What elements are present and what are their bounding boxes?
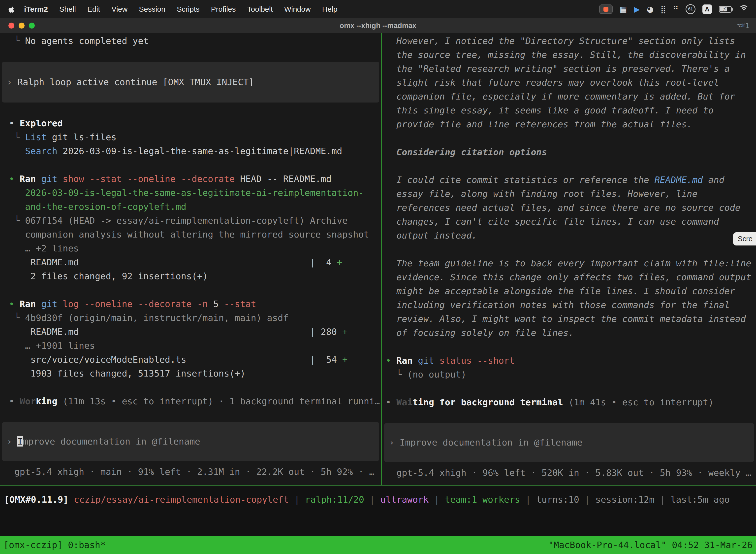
battery-percent-icon[interactable]: 61	[686, 4, 695, 14]
charging-bolt-icon: ⚡	[723, 6, 727, 12]
text-segment: |	[364, 494, 380, 505]
text-segment: |	[429, 494, 445, 505]
menu-item-shell[interactable]: Shell	[54, 5, 82, 13]
screen-overlay-button[interactable]: Scre	[733, 232, 756, 245]
text-segment: (1m 41s • esc to interrupt)	[563, 397, 713, 407]
menu-bar-menus: iTerm2 Shell Edit View Session Scripts P…	[7, 5, 343, 13]
text-segment: ting for background terminal	[413, 397, 563, 407]
text-segment: Ran	[19, 299, 41, 309]
menu-item-help[interactable]: Help	[316, 5, 343, 13]
grid-icon[interactable]: ▦	[620, 5, 627, 13]
text-segment: last:5m ago	[671, 494, 730, 505]
wifi-icon[interactable]	[739, 5, 749, 13]
inject-text: Ralph loop active continue [OMX_TMUX_INJ…	[17, 77, 254, 87]
terminal-line: src/voice/voiceModeEnabled.ts | 54 +	[0, 353, 381, 367]
text-segment: Wor	[19, 396, 36, 406]
minimize-button[interactable]	[19, 22, 24, 29]
text-cursor: I	[17, 436, 23, 447]
terminal-line: README.md | 4 +	[0, 256, 381, 269]
menu-bar-status-icons: ▦ ▶ ◕ ⣿ ⠛ 61 A ⚡	[599, 4, 749, 14]
left-pane[interactable]: └ No agents completed yet › Ralph loop a…	[0, 33, 381, 485]
terminal-line	[0, 381, 381, 394]
terminal-line: companion analysis without altering the …	[0, 228, 381, 241]
omx-status-line: [OMX#0.11.9] cczip/essay/ai-reimplementa…	[0, 493, 756, 507]
text-segment: show --stat --oneline --decorate	[63, 174, 240, 184]
apple-menu-icon[interactable]	[8, 5, 15, 13]
menu-item-window[interactable]: Window	[278, 5, 316, 13]
left-pane-log-top: └ No agents completed yet	[0, 34, 381, 48]
terminal-line: README.md | 280 +	[0, 325, 381, 339]
text-segment: --stat	[224, 299, 256, 309]
terminal-line: [OMX#0.11.9] cczip/essay/ai-reimplementa…	[4, 493, 756, 507]
text-segment: turns:10	[536, 494, 579, 505]
text-segment: Search	[25, 146, 63, 156]
traffic-lights	[8, 22, 35, 29]
menu-item-profiles[interactable]: Profiles	[205, 5, 241, 13]
text-segment: └	[9, 36, 25, 46]
prompt-placeholder: Improve documentation in @filename	[399, 437, 582, 447]
left-pane-log: • Explored └ List git ls-files Search 20…	[0, 116, 381, 408]
text-segment: session:12m	[595, 494, 654, 505]
thinking-heading: Considering citation options	[396, 145, 754, 159]
text-segment: +	[337, 257, 342, 267]
text-segment: status --short	[440, 355, 515, 366]
text-segment: 2 files changed, 92 insertions(+)	[9, 271, 208, 281]
terminal-line: Search 2026-03-09-is-legal-the-same-as-l…	[0, 144, 381, 158]
ralph-inject-box: › Ralph loop active continue [OMX_TMUX_I…	[2, 62, 379, 103]
text-segment: |	[654, 494, 671, 505]
text-segment: 5	[213, 299, 224, 309]
terminal-line: 1903 files changed, 513517 insertions(+)	[0, 367, 381, 381]
terminal-line: • Waiting for background terminal (1m 41…	[382, 395, 756, 409]
terminal-line: • Working (11m 13s • esc to interrupt) ·…	[0, 394, 381, 408]
menu-item-toolbelt[interactable]: Toolbelt	[242, 5, 278, 13]
terminal-line: 2 files changed, 92 insertions(+)	[0, 269, 381, 283]
text-segment: (11m 13s • esc to interrupt)	[57, 396, 213, 406]
prompt-input-right[interactable]: › Improve documentation in @filename	[384, 423, 754, 462]
menu-item-view[interactable]: View	[106, 5, 133, 13]
menu-item-iterm2[interactable]: iTerm2	[18, 5, 54, 13]
stop-recording-icon	[604, 7, 609, 12]
tmux-session-info: [omx-cczip] 0:bash*	[3, 540, 106, 550]
close-button[interactable]	[8, 22, 14, 29]
window-title: omx --xhigh --madmax	[0, 21, 756, 30]
text-segment: 4b9d30f (origin/main, instructkr/main, m…	[25, 313, 289, 323]
window-shortcut-hint: ⌥⌘1	[737, 21, 750, 30]
text-segment: log --oneline --decorate -n	[63, 299, 213, 309]
pointer-icon[interactable]: ▶	[634, 5, 640, 13]
text-segment: •	[9, 396, 19, 406]
thinking-paragraph: However, I noticed the "Directory Struct…	[396, 34, 754, 131]
text-segment: 2026-03-09-is-legal-the-same-as-legitima…	[63, 146, 342, 156]
text-segment: 2026-03-09-is-legal-the-same-as-legitima…	[9, 188, 364, 198]
text-segment: README.md | 280	[9, 327, 342, 337]
text-segment: [OMX#0.11.9]	[4, 494, 74, 505]
window-title-bar[interactable]: omx --xhigh --madmax ⌥⌘1	[0, 18, 756, 33]
terminal-line: └ (no output)	[382, 368, 756, 382]
input-source-icon[interactable]: A	[702, 4, 712, 14]
terminal-line: • Ran git status --short	[382, 354, 756, 368]
text-segment: team:1 workers	[445, 494, 520, 505]
prompt-input-left[interactable]: › Improve documentation in @filename	[2, 422, 379, 461]
terminal-line: and-the-erosion-of-copyleft.md	[0, 200, 381, 214]
text-segment	[9, 146, 25, 156]
screen-recording-indicator-icon[interactable]	[599, 4, 613, 14]
dots-grid-icon[interactable]: ⣿	[660, 5, 666, 13]
menu-item-edit[interactable]: Edit	[82, 5, 106, 13]
text-segment: └	[9, 132, 25, 142]
thinking-paragraph: I could cite commit statistics or refere…	[396, 173, 754, 242]
tmux-status-bar: [omx-cczip] 0:bash* "MacBook-Pro-44.loca…	[0, 536, 756, 554]
battery-icon[interactable]: ⚡	[719, 6, 732, 13]
text-segment: •	[9, 118, 19, 128]
thinking-paragraph: The team guideline is to back every impo…	[396, 257, 754, 340]
terminal-line: • Ran git show --stat --oneline --decora…	[0, 172, 381, 186]
toggle-icon[interactable]: ⠛	[673, 5, 679, 13]
circle-icon[interactable]: ◕	[647, 5, 653, 13]
text-segment: └	[9, 313, 25, 323]
zoom-button[interactable]	[29, 22, 35, 29]
right-pane[interactable]: However, I noticed the "Directory Struct…	[382, 33, 756, 485]
menu-item-scripts[interactable]: Scripts	[171, 5, 205, 13]
text-segment: cczip/essay/ai-reimplementation-copyleft	[74, 494, 289, 505]
text-segment: •	[9, 299, 19, 309]
terminal-line: └ 067f154 (HEAD -> essay/ai-reimplementa…	[0, 214, 381, 228]
menu-item-session[interactable]: Session	[133, 5, 171, 13]
text-segment: No agents completed yet	[25, 36, 149, 46]
